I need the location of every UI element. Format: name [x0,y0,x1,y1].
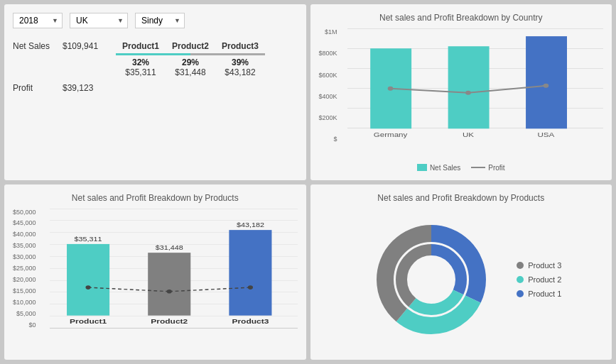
bottom-bars-inner: $35,311 $31,448 $43,182 Product1 Product… [50,209,298,329]
product1-header: Product1 [116,41,166,51]
products-table: Product1 Product2 Product3 32% 29% 39% $… [116,41,298,77]
y-50000: $50,000 [13,209,36,216]
products-val-row: $35,311 $31,448 $43,182 [116,67,298,77]
product2-legend-label: Product 2 [528,275,561,284]
uk-label: UK [462,132,473,139]
product3-value-label: $43,182 [237,221,264,228]
y-label-600k: $600K [319,72,337,79]
product2-value-label: $31,448 [156,244,183,251]
bottom-left-chart-title: Net sales and Profit Breakdown by Produc… [13,193,298,203]
top-left-panel: 2017 2018 2019 Germany UK USA Sindy John… [4,4,306,180]
bottom-left-bar-chart: $50,000 $45,000 $40,000 $35,000 $30,000 … [13,209,298,352]
legend-net-sales-label: Net Sales [430,164,460,172]
donut-chart-svg [360,216,502,343]
product2-legend-dot [517,276,524,283]
bottom-right-panel: Net sales and Profit Breakdown by Produc… [310,184,612,360]
country-select[interactable]: Germany UK USA [70,13,128,28]
country-select-wrapper: Germany UK USA [70,13,128,28]
product3-legend-dot [517,262,524,269]
profit-dot-usa [543,84,549,88]
top-right-y-axis: $1M $800K $600K $400K $200K $ [319,28,340,143]
products-header: Product1 Product2 Product3 [116,41,298,51]
year-select[interactable]: 2017 2018 2019 [13,13,63,28]
y-label-200k: $200K [319,114,337,121]
product2-val: $31,448 [166,67,215,77]
divider-line [116,53,265,55]
y-0: $0 [29,321,36,329]
product3-x-label: Product3 [232,317,269,324]
profit-dot-p1 [85,285,90,289]
bottom-y-labels: $50,000 $45,000 $40,000 $35,000 $30,000 … [13,209,38,329]
product2-x-label: Product2 [151,317,188,324]
product2-bar [148,253,190,316]
y-20000: $20,000 [13,276,36,283]
usa-bar [526,36,567,128]
top-right-chart-title: Net sales and Profit Breakdown by Countr… [319,13,604,23]
profit-legend-line [471,167,485,168]
y-25000: $25,000 [13,265,36,272]
profit-dot-p2 [167,289,172,293]
bottom-left-panel: Net sales and Profit Breakdown by Produc… [4,184,306,360]
donut-legend: Product 3 Product 2 Product 1 [517,261,561,298]
bottom-right-chart-title: Net sales and Profit Breakdown by Produc… [377,193,544,203]
y-label-800k: $800K [319,50,337,57]
filters-row: 2017 2018 2019 Germany UK USA Sindy John… [13,13,298,28]
donut-area: Product 3 Product 2 Product 1 [360,209,561,352]
products-pct-row: 32% 29% 39% [116,57,298,67]
y-45000: $45,000 [13,219,36,226]
net-sales-legend-color [417,164,427,171]
y-15000: $15,000 [13,287,36,294]
top-right-legend: Net Sales Profit [319,164,604,172]
y-5000: $5,000 [16,310,36,317]
legend-profit: Profit [471,164,504,172]
net-sales-label: Net Sales [13,41,63,51]
net-sales-value: $109,941 [63,41,116,51]
product1-legend-dot [517,290,524,297]
product1-bar [67,243,109,315]
product3-pct: 39% [215,57,265,67]
product3-bar [229,230,271,316]
person-select-wrapper: Sindy John All [135,13,185,28]
donut-legend-product1: Product 1 [517,289,561,298]
y-label-400k: $400K [319,93,337,100]
donut-legend-product2: Product 2 [517,275,561,284]
top-right-bar-chart: $1M $800K $600K $400K $200K $ [319,28,604,161]
top-right-panel: Net sales and Profit Breakdown by Countr… [310,4,612,180]
product3-val: $43,182 [215,67,265,77]
product1-val: $35,311 [116,67,166,77]
y-40000: $40,000 [13,231,36,238]
profit-label: Profit [13,83,63,93]
uk-bar [448,46,489,128]
usa-label: USA [537,132,554,139]
legend-profit-label: Profit [488,164,504,172]
product1-value-label: $35,311 [75,236,102,243]
y-10000: $10,000 [13,299,36,306]
profit-row: Profit $39,123 [13,83,298,93]
y-label-1m: $1M [325,28,337,35]
donut-legend-product3: Product 3 [517,261,561,270]
product2-header: Product2 [166,41,215,51]
legend-net-sales: Net Sales [417,164,460,172]
y-label-0: $ [334,136,337,143]
product1-pct: 32% [116,57,166,67]
top-right-svg: Germany UK USA [347,28,604,143]
year-select-wrapper: 2017 2018 2019 [13,13,63,28]
profit-dot-germany [387,87,393,91]
person-select[interactable]: Sindy John All [135,13,185,28]
profit-dot-p3 [248,285,253,289]
profit-dot-uk [465,91,471,95]
product3-header: Product3 [215,41,265,51]
bottom-left-svg: $35,311 $31,448 $43,182 Product1 Product… [50,209,298,329]
product1-legend-label: Product 1 [528,289,561,298]
net-sales-row: Net Sales $109,941 Product1 Product2 Pro… [13,41,298,77]
product1-x-label: Product1 [70,317,107,324]
y-35000: $35,000 [13,242,36,249]
product2-pct: 29% [166,57,215,67]
metrics-area: Net Sales $109,941 Product1 Product2 Pro… [13,41,298,93]
profit-value: $39,123 [63,83,116,93]
product3-legend-label: Product 3 [528,261,561,270]
y-30000: $30,000 [13,253,36,260]
germany-label: Germany [373,132,408,139]
